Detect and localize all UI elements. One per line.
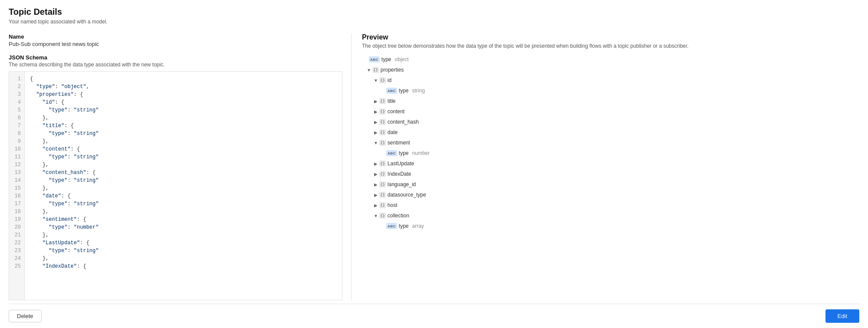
badge-id-type: ABC bbox=[386, 88, 397, 94]
bracket-content-hash: {} bbox=[379, 119, 386, 125]
label-sentiment: sentiment bbox=[388, 140, 410, 146]
value-collection-type: array bbox=[412, 223, 424, 229]
toggle-date[interactable] bbox=[372, 129, 379, 136]
code-editor[interactable]: 12345 678910 1112131415 1617181920 21222… bbox=[9, 71, 342, 300]
badge-collection-type: ABC bbox=[386, 223, 397, 229]
node-lastupdate[interactable]: {} LastUpdate bbox=[362, 158, 859, 169]
node-sentiment-type: ABC type number bbox=[362, 148, 859, 158]
topic-name-value: Pub-Sub component test news topic bbox=[9, 41, 342, 47]
bracket-title: {} bbox=[379, 98, 386, 104]
label-properties: properties bbox=[381, 67, 404, 73]
label-title: title bbox=[388, 98, 396, 104]
node-title[interactable]: {} title bbox=[362, 96, 859, 106]
node-properties[interactable]: {} properties bbox=[362, 65, 859, 75]
bracket-sentiment: {} bbox=[379, 140, 386, 146]
edit-button[interactable]: Edit bbox=[825, 309, 859, 323]
label-lastupdate: LastUpdate bbox=[388, 161, 414, 167]
page-container: Topic Details Your named topic associate… bbox=[0, 0, 868, 328]
label-language-id: language_id bbox=[388, 181, 416, 187]
label-date: date bbox=[388, 129, 398, 135]
toggle-lastupdate[interactable] bbox=[372, 160, 379, 167]
bracket-id: {} bbox=[379, 77, 386, 83]
page-title: Topic Details bbox=[9, 7, 859, 17]
preview-tree[interactable]: ABC type object {} properties {} id bbox=[362, 54, 859, 300]
node-date[interactable]: {} date bbox=[362, 127, 859, 138]
badge-sentiment-type: ABC bbox=[386, 150, 397, 156]
root-type-badge: ABC bbox=[369, 56, 380, 62]
bracket-properties: {} bbox=[372, 67, 379, 73]
node-collection-type: ABC type array bbox=[362, 221, 859, 231]
node-content-hash[interactable]: {} content_hash bbox=[362, 117, 859, 127]
node-host[interactable]: {} host bbox=[362, 200, 859, 210]
label-host: host bbox=[388, 202, 398, 208]
toggle-title[interactable] bbox=[372, 98, 379, 105]
value-sentiment-type: number bbox=[412, 150, 430, 156]
label-content: content bbox=[388, 108, 404, 115]
label-id-type: type bbox=[399, 88, 409, 94]
preview-desc: The object tree below demonstrates how t… bbox=[362, 43, 859, 49]
node-collection[interactable]: {} collection bbox=[362, 210, 859, 221]
toggle-host[interactable] bbox=[372, 202, 379, 209]
bracket-host: {} bbox=[379, 202, 386, 208]
node-id-type: ABC type string bbox=[362, 85, 859, 96]
node-datasource-type[interactable]: {} datasource_type bbox=[362, 190, 859, 200]
toggle-content-hash[interactable] bbox=[372, 118, 379, 125]
label-collection: collection bbox=[388, 213, 409, 219]
main-content: Name Pub-Sub component test news topic J… bbox=[9, 33, 859, 300]
json-schema-desc: The schema describing the data type asso… bbox=[9, 62, 342, 68]
right-panel: Preview The object tree below demonstrat… bbox=[352, 33, 859, 300]
node-content[interactable]: {} content bbox=[362, 106, 859, 117]
label-collection-type: type bbox=[399, 223, 409, 229]
bracket-lastupdate: {} bbox=[379, 161, 386, 167]
left-panel: Name Pub-Sub component test news topic J… bbox=[9, 33, 352, 300]
code-content: { "type": "object", "properties": { "id"… bbox=[25, 72, 342, 300]
bottom-bar: Delete Edit bbox=[9, 304, 859, 328]
root-type-label: type bbox=[381, 56, 391, 62]
label-sentiment-type: type bbox=[399, 150, 409, 156]
label-content-hash: content_hash bbox=[388, 119, 419, 125]
node-language-id[interactable]: {} language_id bbox=[362, 179, 859, 190]
root-type-row: ABC type object bbox=[362, 54, 859, 65]
toggle-datasource-type[interactable] bbox=[372, 191, 379, 198]
line-numbers: 12345 678910 1112131415 1617181920 21222… bbox=[9, 72, 25, 300]
bracket-language-id: {} bbox=[379, 181, 386, 187]
name-label: Name bbox=[9, 33, 342, 40]
toggle-indexdate[interactable] bbox=[372, 171, 379, 177]
node-indexdate[interactable]: {} IndexDate bbox=[362, 169, 859, 179]
toggle-collection[interactable] bbox=[372, 212, 379, 219]
label-indexdate: IndexDate bbox=[388, 171, 411, 177]
bracket-indexdate: {} bbox=[379, 171, 386, 177]
bracket-collection: {} bbox=[379, 213, 386, 219]
label-datasource-type: datasource_type bbox=[388, 192, 426, 198]
toggle-language-id[interactable] bbox=[372, 181, 379, 188]
json-schema-label: JSON Schema bbox=[9, 54, 342, 61]
toggle-id[interactable] bbox=[372, 77, 379, 84]
node-id[interactable]: {} id bbox=[362, 75, 859, 85]
preview-title: Preview bbox=[362, 33, 859, 41]
bracket-date: {} bbox=[379, 129, 386, 135]
toggle-content[interactable] bbox=[372, 108, 379, 115]
toggle-sentiment[interactable] bbox=[372, 139, 379, 146]
delete-button[interactable]: Delete bbox=[9, 310, 42, 322]
toggle-properties[interactable] bbox=[365, 66, 372, 73]
bracket-content: {} bbox=[379, 108, 386, 115]
root-type-value: object bbox=[395, 56, 409, 62]
value-id-type: string bbox=[412, 88, 425, 94]
label-id: id bbox=[388, 77, 391, 83]
bracket-datasource-type: {} bbox=[379, 192, 386, 198]
page-subtitle: Your named topic associated with a model… bbox=[9, 19, 859, 25]
node-sentiment[interactable]: {} sentiment bbox=[362, 138, 859, 148]
